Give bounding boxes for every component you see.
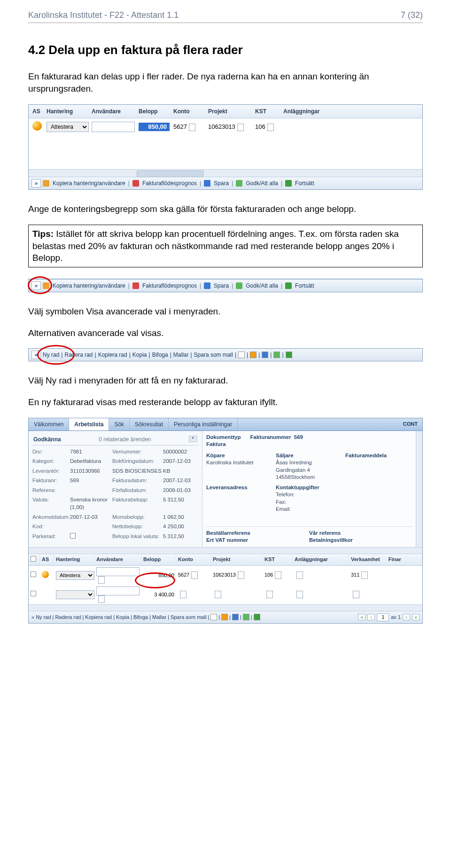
document-icon[interactable]: [98, 576, 105, 584]
select-all-checkbox[interactable]: [31, 556, 36, 562]
status-icon: [42, 571, 49, 578]
bokd-label: Bokföringsdatum:: [112, 458, 163, 465]
tool-icon[interactable]: [232, 614, 239, 620]
collapse-button[interactable]: «: [31, 614, 34, 621]
copy-users-link[interactable]: Kopiera hantering/användare: [53, 282, 125, 289]
hant-select[interactable]: Attestera: [56, 571, 94, 580]
anv-input[interactable]: [96, 586, 140, 595]
tool-icon[interactable]: [243, 614, 249, 620]
tab-arbetslista[interactable]: Arbetslista: [69, 418, 109, 430]
tab-personliga[interactable]: Personliga inställningar: [169, 418, 238, 430]
document-icon[interactable]: [180, 591, 187, 598]
hantering-select[interactable]: Attestera: [47, 122, 89, 132]
bifoga-link[interactable]: Bifoga: [133, 614, 148, 621]
mallar-link[interactable]: Mallar: [152, 614, 166, 621]
anv-input[interactable]: [96, 567, 140, 576]
last-page-icon[interactable]: »: [412, 614, 420, 620]
grid-header-2: AS Hantering Användare Belopp Konto Proj…: [29, 554, 422, 566]
document-icon[interactable]: [296, 591, 303, 598]
expand-button[interactable]: »: [31, 179, 41, 188]
tool-icon[interactable]: [286, 352, 292, 358]
first-page-icon[interactable]: «: [358, 614, 365, 620]
prev-page-icon[interactable]: ‹: [367, 614, 375, 620]
konto-value[interactable]: 5627: [173, 123, 187, 130]
prognosis-link[interactable]: Fakturaflödesprognos: [142, 282, 197, 289]
para-5: Välj Ny rad i menyraden för att få en ny…: [28, 375, 423, 387]
tool-icon[interactable]: [210, 614, 217, 620]
document-icon[interactable]: [98, 595, 105, 603]
kst-value[interactable]: 106: [255, 123, 265, 130]
document-icon[interactable]: [275, 571, 281, 579]
page-input[interactable]: [377, 613, 389, 621]
kopia-link[interactable]: Kopia: [132, 351, 147, 359]
belopp-cell-selected[interactable]: 850,00: [139, 123, 170, 131]
collapse-button[interactable]: «: [31, 351, 41, 359]
col-as: AS: [31, 107, 45, 116]
document-icon[interactable]: [361, 571, 368, 579]
nyrad-link[interactable]: Ny rad: [36, 614, 51, 621]
konto-value[interactable]: 5627: [178, 572, 189, 578]
tool-icon[interactable]: [250, 352, 257, 358]
continue-link[interactable]: Fortsätt: [295, 282, 314, 289]
approve-all-link[interactable]: Godk/Att alla: [246, 282, 278, 289]
mallar-link[interactable]: Mallar: [173, 351, 189, 359]
expand-button[interactable]: »: [31, 282, 41, 290]
copy-users-link[interactable]: Kopiera hantering/användare: [53, 180, 125, 187]
verk-value[interactable]: 311: [351, 572, 359, 578]
parkerad-checkbox[interactable]: [70, 533, 76, 539]
document-icon[interactable]: [267, 124, 274, 131]
tool-icon[interactable]: [262, 352, 268, 358]
radera-link[interactable]: Radera rad: [64, 351, 93, 359]
document-icon[interactable]: [189, 124, 195, 131]
tool-icon[interactable]: [254, 614, 260, 620]
kopia-link[interactable]: Kopia: [116, 614, 129, 621]
document-icon[interactable]: [296, 571, 303, 579]
tab-valkommen[interactable]: Välkommen: [29, 418, 69, 430]
row-checkbox[interactable]: [31, 571, 36, 577]
faknr-value: 569: [294, 434, 303, 440]
row-checkbox[interactable]: [31, 591, 36, 596]
sparamall-link[interactable]: Spara som mall: [194, 351, 233, 359]
projekt-value[interactable]: 10623013: [213, 572, 236, 578]
kst-value[interactable]: 106: [264, 572, 273, 578]
radera-link[interactable]: Radera rad: [55, 614, 81, 621]
sparamall-link[interactable]: Spara som mall: [171, 614, 206, 621]
projekt-value[interactable]: 10623013: [208, 123, 235, 130]
continue-link[interactable]: Fortsätt: [295, 180, 314, 187]
approve-icon: [236, 180, 242, 187]
nyrad-link[interactable]: Ny rad: [43, 351, 59, 359]
vernr-value: 50000002: [163, 448, 201, 456]
chevron-up-icon[interactable]: ˄: [189, 436, 197, 442]
grid-header: AS Hantering Användare Belopp Konto Proj…: [29, 105, 422, 118]
kopiera-link[interactable]: Kopiera rad: [98, 351, 127, 359]
anvandare-input[interactable]: [92, 122, 135, 132]
document-icon[interactable]: [191, 571, 198, 579]
horizontal-scrollbar[interactable]: [29, 604, 422, 611]
bel-cell[interactable]: 850,00: [141, 571, 176, 580]
document-icon[interactable]: [353, 591, 359, 598]
horizontal-scrollbar[interactable]: [29, 169, 422, 177]
hant-select[interactable]: [56, 590, 94, 599]
next-page-icon[interactable]: ›: [403, 614, 410, 620]
document-icon[interactable]: [237, 124, 244, 131]
tool-icon[interactable]: [238, 352, 245, 358]
kopiera-link[interactable]: Kopiera rad: [85, 614, 112, 621]
approve-all-link[interactable]: Godk/Att alla: [246, 180, 278, 187]
blv-value: 5 312,50: [163, 533, 201, 541]
para-4: Alternativen avancerade val visas.: [28, 327, 423, 339]
document-icon[interactable]: [215, 591, 221, 598]
save-link[interactable]: Spara: [214, 180, 229, 187]
save-link[interactable]: Spara: [214, 282, 229, 289]
prognosis-link[interactable]: Fakturaflödesprognos: [142, 180, 197, 187]
document-icon[interactable]: [238, 571, 244, 579]
tab-sokresultat[interactable]: Sökresultat: [130, 418, 169, 430]
vertical-scrollbar[interactable]: [416, 431, 422, 547]
tab-sok[interactable]: Sök: [109, 418, 130, 430]
tool-icon[interactable]: [273, 352, 280, 358]
tool-icon[interactable]: [221, 614, 228, 620]
bel-cell[interactable]: 3 400,00: [141, 590, 176, 600]
document-icon[interactable]: [266, 591, 273, 598]
horizontal-scrollbar[interactable]: [29, 547, 422, 554]
table-row: 3 400,00: [29, 585, 422, 604]
bifoga-link[interactable]: Bifoga: [152, 351, 168, 359]
